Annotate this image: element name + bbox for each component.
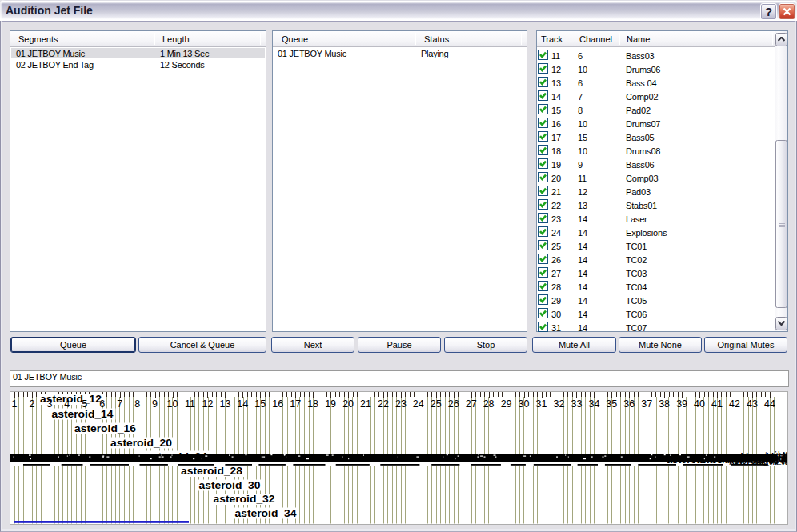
svg-text:1: 1 xyxy=(12,398,18,410)
svg-text:29: 29 xyxy=(501,398,512,410)
svg-text:35: 35 xyxy=(606,398,617,410)
svg-text:7: 7 xyxy=(117,398,122,410)
svg-text:15: 15 xyxy=(254,398,266,410)
svg-text:39: 39 xyxy=(676,398,687,410)
svg-text:8: 8 xyxy=(134,398,140,410)
svg-text:32: 32 xyxy=(553,398,564,410)
svg-text:27: 27 xyxy=(466,398,477,410)
svg-text:19: 19 xyxy=(325,398,336,410)
svg-text:asteroid_30: asteroid_30 xyxy=(199,479,261,491)
svg-text:36: 36 xyxy=(623,398,635,410)
svg-text:14: 14 xyxy=(237,398,248,410)
svg-text:10: 10 xyxy=(167,398,178,410)
svg-text:12: 12 xyxy=(202,398,213,410)
svg-text:20: 20 xyxy=(342,398,354,410)
svg-text:17: 17 xyxy=(290,398,301,410)
svg-text:asteroid_12: asteroid_12 xyxy=(40,393,102,405)
svg-text:23: 23 xyxy=(395,398,407,410)
svg-text:28: 28 xyxy=(483,398,495,410)
svg-text:30: 30 xyxy=(519,398,530,410)
svg-text:25: 25 xyxy=(431,398,442,410)
svg-text:38: 38 xyxy=(659,398,670,410)
svg-text:asteroid_32: asteroid_32 xyxy=(214,493,275,505)
svg-text:37: 37 xyxy=(641,398,652,410)
svg-text:22: 22 xyxy=(378,398,389,410)
svg-text:asteroid_68: asteroid_68 xyxy=(767,452,787,465)
svg-text:asteroid_14: asteroid_14 xyxy=(52,408,114,420)
svg-text:asteroid_28: asteroid_28 xyxy=(181,465,242,477)
svg-text:21: 21 xyxy=(360,398,371,410)
svg-text:44: 44 xyxy=(764,398,775,410)
svg-text:26: 26 xyxy=(448,398,459,410)
svg-text:11: 11 xyxy=(185,398,195,410)
svg-text:41: 41 xyxy=(711,398,723,410)
svg-text:asteroid_16: asteroid_16 xyxy=(74,422,136,434)
svg-text:18: 18 xyxy=(307,398,318,410)
svg-text:42: 42 xyxy=(729,398,740,410)
svg-text:9: 9 xyxy=(152,398,158,410)
svg-text:asteroid_34: asteroid_34 xyxy=(235,507,298,519)
svg-text:24: 24 xyxy=(413,398,424,410)
svg-text:asteroid_20: asteroid_20 xyxy=(110,437,172,449)
svg-text:43: 43 xyxy=(747,398,758,410)
svg-text:33: 33 xyxy=(571,398,582,410)
svg-text:34: 34 xyxy=(588,398,599,410)
svg-text:13: 13 xyxy=(219,398,230,410)
svg-text:asteroid_68: asteroid_68 xyxy=(667,453,723,466)
svg-text:31: 31 xyxy=(536,398,547,410)
svg-text:2: 2 xyxy=(29,398,34,410)
svg-text:16: 16 xyxy=(272,398,283,410)
svg-text:40: 40 xyxy=(694,398,705,410)
